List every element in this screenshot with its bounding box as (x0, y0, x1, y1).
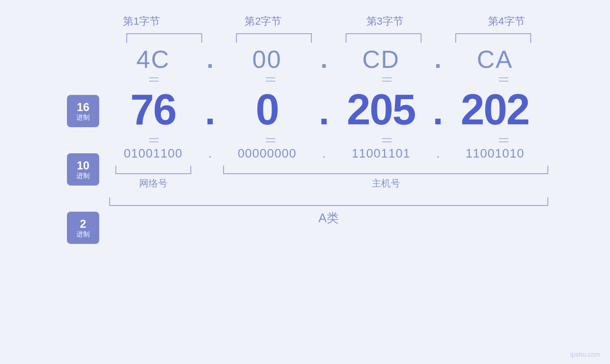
bracket-3 (336, 33, 431, 43)
labels-column: 16 进制 10 进制 2 进制 (62, 33, 104, 272)
hex-val-3: CD (337, 45, 425, 74)
eq1-3 (343, 77, 431, 82)
hex-row: 4C . 00 . CD . CA (109, 45, 548, 74)
main-container: 第1字节 第2字节 第3字节 第4字节 16 进制 10 进制 2 进制 (0, 0, 610, 364)
net-bracket-area: 网络号 (109, 166, 197, 190)
equals-row-1 (109, 77, 548, 82)
bin-val-4: 11001010 (451, 146, 539, 161)
bracket-1 (117, 33, 212, 43)
bin-val-2: 00000000 (223, 146, 311, 161)
dec-val-1: 76 (109, 85, 197, 134)
dot-2: . (311, 45, 337, 74)
equals-row-2 (109, 138, 548, 142)
eq1-2 (226, 77, 314, 82)
dec-row: 76 . 0 . 205 . 202 (109, 85, 548, 134)
eq1-4 (460, 77, 547, 82)
col-header-3: 第3字节 (338, 14, 432, 28)
content-grid: 4C . 00 . CD . CA (109, 33, 548, 272)
host-label: 主机号 (372, 177, 400, 190)
hex-val-4: CA (451, 45, 539, 74)
bin-dot-1: . (197, 146, 223, 161)
dec-dot-2: . (311, 90, 337, 133)
base-badge-hex: 16 进制 (67, 95, 99, 127)
col-header-1: 第1字节 (94, 14, 189, 28)
col-header-2: 第2字节 (216, 14, 310, 28)
base-badge-dec: 10 进制 (67, 153, 99, 186)
top-brackets (109, 33, 548, 43)
eq2-3 (343, 138, 431, 142)
dot-3: . (425, 45, 451, 74)
base-badge-bin: 2 进制 (67, 212, 99, 244)
eq2-1 (110, 138, 197, 142)
class-section: A类 (109, 197, 548, 226)
dec-val-2: 0 (223, 85, 311, 134)
bin-dot-3: . (425, 146, 451, 161)
bracket-2 (226, 33, 321, 43)
eq1-1 (110, 77, 197, 82)
eq2-2 (226, 138, 314, 142)
dec-val-4: 202 (451, 85, 539, 134)
col-header-4: 第4字节 (459, 14, 554, 28)
bin-row: 01001100 . 00000000 . 11001101 . (109, 146, 548, 161)
dec-dot-3: . (425, 90, 451, 133)
eq2-4 (460, 138, 547, 142)
bin-val-1: 01001100 (109, 146, 197, 161)
dec-dot-1: . (197, 90, 223, 133)
hex-val-1: 4C (109, 45, 197, 74)
bracket-4 (446, 33, 541, 43)
header-row: 第1字节 第2字节 第3字节 第4字节 (81, 0, 567, 28)
bottom-brackets: 网络号 主机号 (109, 166, 548, 190)
bin-val-3: 11001101 (337, 146, 425, 161)
watermark: ipshu.com (570, 351, 601, 358)
network-label: 网络号 (139, 177, 168, 190)
bin-dot-2: . (311, 146, 337, 161)
dec-val-3: 205 (337, 85, 425, 134)
dot-1: . (197, 45, 223, 74)
host-bracket-area: 主机号 (223, 166, 548, 190)
class-label: A类 (319, 211, 339, 225)
hex-val-2: 00 (223, 45, 311, 74)
main-area: 16 进制 10 进制 2 进制 (62, 33, 548, 272)
